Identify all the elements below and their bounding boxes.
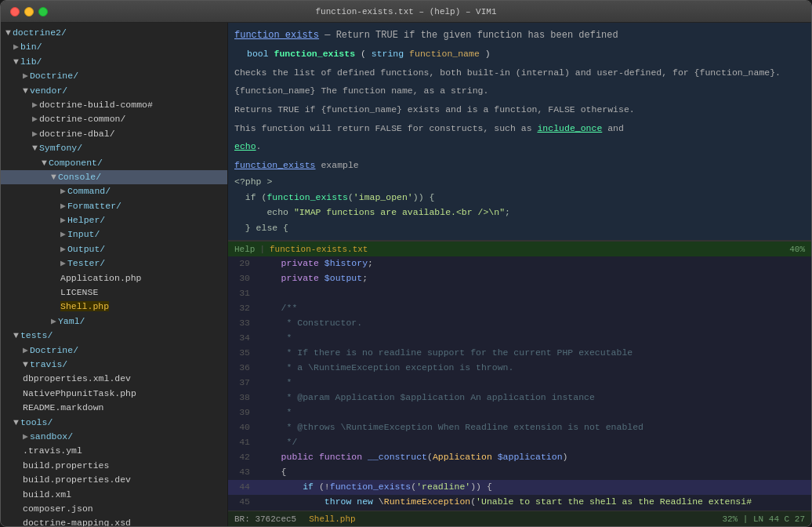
window-title: function-exists.txt – (help) – VIM1 (315, 7, 496, 16)
tree-item-component[interactable]: ▼Component/ (1, 156, 227, 170)
minimize-button[interactable] (24, 7, 34, 16)
tree-item-console[interactable]: ▼Console/ (1, 170, 227, 184)
editor-area: function_exists — Return TRUE if the giv… (228, 23, 811, 526)
code-line-42: 42 public function __construct(Applicati… (228, 450, 811, 465)
code-line-35: 35 * If there is no readline support for… (228, 346, 811, 361)
help-pane: function_exists — Return TRUE if the giv… (228, 23, 811, 241)
help-desc2: {function_name} The function name, as a … (234, 83, 805, 99)
tree-item-doctrine2[interactable]: ▼doctrine2/ (1, 26, 227, 40)
file-tree: ▼doctrine2/ ▶bin/ ▼lib/ ▶Doctrine/ ▼vend… (1, 23, 227, 526)
traffic-lights (10, 7, 48, 16)
bottom-position: 32% | LN 44 C 27 (722, 514, 805, 524)
content-area: ▼doctrine2/ ▶bin/ ▼lib/ ▶Doctrine/ ▼vend… (1, 23, 811, 526)
tree-item-formatter[interactable]: ▶Formatter/ (1, 199, 227, 213)
code-line-31: 31 (228, 286, 811, 301)
code-line-32: 32 /** (228, 301, 811, 316)
tree-item-doctrine-mapping[interactable]: doctrine-mapping.xsd (1, 516, 227, 526)
git-hash: BR: 3762cec5 (234, 514, 296, 524)
tree-item-symfony[interactable]: ▼Symfony/ (1, 141, 227, 155)
tree-item-input[interactable]: ▶Input/ (1, 227, 227, 242)
tree-item-doctrine-dbal[interactable]: ▶doctrine-dbal/ (1, 127, 227, 141)
code-line-45: 45 throw new \RuntimeException('Unable t… (228, 495, 811, 510)
tree-item-vendor[interactable]: ▼vendor/ (1, 84, 227, 98)
tree-item-composer[interactable]: composer.json (1, 502, 227, 516)
tree-item-helper[interactable]: ▶Helper/ (1, 213, 227, 227)
pane-filename: function-exists.txt (270, 245, 368, 254)
help-title: function_exists — Return TRUE if the giv… (234, 27, 805, 43)
tree-item-doctrine[interactable]: ▶Doctrine/ (1, 69, 227, 83)
code-line-30: 30 private $output; (228, 271, 811, 286)
tree-item-doctrine-tests[interactable]: ▶Doctrine/ (1, 343, 227, 358)
code-line-43: 43 { (228, 465, 811, 480)
tree-item-output[interactable]: ▶Output/ (1, 242, 227, 256)
code-line-39: 39 * (228, 405, 811, 420)
tree-item-tests[interactable]: ▼tests/ (1, 329, 227, 343)
tree-item-command[interactable]: ▶Command/ (1, 184, 227, 198)
vim-window: function-exists.txt – (help) – VIM1 ▼doc… (0, 0, 812, 527)
code-line-41: 41 */ (228, 435, 811, 450)
code-pane[interactable]: 29 private $history; 30 private $output;… (228, 256, 811, 511)
tree-item-yaml[interactable]: ▶Yaml/ (1, 314, 227, 329)
help-desc4: This function will return FALSE for cons… (234, 121, 805, 136)
pane-percent: 40% (789, 245, 805, 254)
code-line-29: 29 private $history; (228, 256, 811, 271)
help-desc1: Checks the list of defined functions, bo… (234, 65, 805, 81)
tree-item-build-properties[interactable]: build.properties (1, 459, 227, 473)
file-tree-sidebar[interactable]: ▼doctrine2/ ▶bin/ ▼lib/ ▶Doctrine/ ▼vend… (1, 23, 228, 526)
tree-item-travis-yml[interactable]: .travis.yml (1, 444, 227, 458)
tree-item-build-xml[interactable]: build.xml (1, 488, 227, 502)
tree-item-travis[interactable]: ▼travis/ (1, 358, 227, 372)
tree-item-tester[interactable]: ▶Tester/ (1, 256, 227, 271)
help-label: Help (234, 245, 255, 254)
help-desc3: Returns TRUE if {function_name} exists a… (234, 102, 805, 118)
tree-item-sandbox[interactable]: ▶sandbox/ (1, 430, 227, 444)
help-php-code: <?php > if (function_exists('imap_open')… (234, 174, 805, 235)
tree-item-doctrine-build[interactable]: ▶doctrine-build-commo# (1, 98, 227, 112)
tree-item-application-php[interactable]: Application.php (1, 271, 227, 285)
echo-link[interactable]: echo (234, 141, 256, 151)
tree-item-readme-tests[interactable]: README.markdown (1, 401, 227, 415)
tree-item-license[interactable]: LICENSE (1, 285, 227, 300)
code-line-37: 37 * (228, 376, 811, 391)
pane-status-bar: Help | function-exists.txt 40% (228, 241, 811, 256)
tree-item-tools[interactable]: ▼tools/ (1, 416, 227, 430)
help-signature: bool function_exists ( string function_n… (247, 46, 805, 62)
code-line-40: 40 * @throws \RuntimeException When Read… (228, 420, 811, 435)
close-button[interactable] (10, 7, 20, 16)
tree-item-dbproperties[interactable]: dbproperties.xml.dev (1, 372, 227, 386)
function-exists-example-link[interactable]: function_exists (234, 160, 316, 170)
title-bar: function-exists.txt – (help) – VIM1 (1, 1, 811, 23)
pane-separator: | (259, 245, 265, 254)
tree-item-doctrine-common[interactable]: ▶doctrine-common/ (1, 112, 227, 126)
help-example-header: function_exists example (234, 158, 805, 173)
help-echo-link-line: echo. (234, 139, 805, 154)
maximize-button[interactable] (38, 7, 48, 16)
tree-item-lib[interactable]: ▼lib/ (1, 55, 227, 69)
bottom-status-bar: BR: 3762cec5 Shell.php 32% | LN 44 C 27 (228, 511, 811, 526)
tree-item-bin[interactable]: ▶bin/ (1, 40, 227, 54)
bottom-filename: Shell.php (309, 514, 355, 524)
code-line-34: 34 * (228, 331, 811, 346)
code-line-33: 33 * Constructor. (228, 316, 811, 331)
code-line-44: 44 if (!function_exists('readline')) { (228, 480, 811, 495)
code-line-36: 36 * a \RuntimeException exception is th… (228, 361, 811, 376)
code-line-38: 38 * @param Application $application An … (228, 391, 811, 405)
tree-item-nativephpunit[interactable]: NativePhpunitTask.php (1, 387, 227, 401)
function-exists-link[interactable]: function_exists (234, 30, 319, 41)
include-once-link[interactable]: include_once (537, 123, 602, 133)
tree-item-build-properties-dev[interactable]: build.properties.dev (1, 473, 227, 487)
tree-item-shell-php[interactable]: Shell.php (1, 300, 227, 314)
